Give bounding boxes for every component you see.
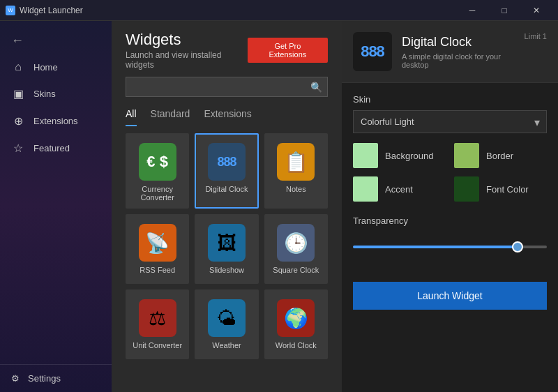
sidebar-item-extensions[interactable]: ⊕ Extensions: [0, 107, 112, 135]
color-item-border: Border: [454, 143, 547, 168]
widget-card-square-clock[interactable]: 🕒 Square Clock: [264, 214, 328, 284]
widget-name-notes: Notes: [286, 185, 306, 193]
tab-standard[interactable]: Standard: [151, 105, 190, 126]
widget-description: A simple digital clock for your desktop: [402, 52, 515, 69]
widget-title: Digital Clock: [402, 35, 515, 50]
widget-card-digital-clock[interactable]: 888 Digital Clock: [195, 133, 258, 209]
sidebar-item-settings[interactable]: ⚙ Settings: [0, 364, 112, 392]
widget-name-unit-converter: Unit Converter: [133, 341, 182, 349]
sidebar-label-extensions: Extensions: [33, 116, 78, 126]
skin-selector-wrap: Colorful LightDarkLightMinimal ▾: [353, 110, 547, 133]
extensions-icon: ⊕: [11, 114, 25, 128]
sidebar: ← ⌂ Home ▣ Skins ⊕ Extensions ☆ Featured…: [0, 21, 112, 392]
header-title-group: Widgets Launch and view installed widget…: [126, 31, 248, 70]
color-item-accent: Accent: [353, 176, 446, 202]
color-item-font-color: Font Color: [454, 176, 547, 202]
color-label-accent: Accent: [385, 184, 413, 195]
widget-card-notes[interactable]: 📋 Notes: [264, 133, 328, 209]
launch-widget-button[interactable]: Launch Widget: [353, 282, 547, 310]
widget-card-unit-converter[interactable]: ⚖ Unit Converter: [126, 289, 189, 359]
widget-grid: € $ Currency Converter 888 Digital Clock…: [126, 133, 328, 359]
panel-body: Skin Colorful LightDarkLightMinimal ▾ Ba…: [342, 83, 558, 268]
widget-name-world-clock: World Clock: [276, 341, 317, 349]
preview-icon: 888: [353, 32, 392, 71]
sidebar-label-featured: Featured: [33, 143, 70, 153]
content-header: Widgets Launch and view installed widget…: [112, 21, 342, 77]
transparency-slider-wrap: [353, 233, 547, 257]
page-subtitle: Launch and view installed widgets: [126, 50, 248, 70]
color-swatch-background[interactable]: [353, 143, 378, 168]
widget-name-weather: Weather: [212, 341, 241, 349]
widget-icon-slideshow: 🖼: [208, 224, 246, 262]
color-item-background: Background: [353, 143, 446, 168]
app-title: Widget Launcher: [20, 6, 83, 15]
widget-card-world-clock[interactable]: 🌍 World Clock: [264, 289, 328, 359]
maximize-button[interactable]: □: [488, 0, 520, 21]
title-bar: W Widget Launcher ─ □ ✕: [0, 0, 558, 21]
title-bar-left: W Widget Launcher: [6, 6, 83, 15]
color-label-background: Background: [385, 151, 433, 161]
sidebar-item-featured[interactable]: ☆ Featured: [0, 135, 112, 162]
color-label-font-color: Font Color: [486, 184, 529, 195]
widget-card-rss[interactable]: 📡 RSS Feed: [126, 214, 189, 284]
widget-preview: 888 Digital Clock A simple digital clock…: [342, 21, 558, 83]
sidebar-label-skins: Skins: [33, 89, 56, 99]
widget-name-slideshow: Slideshow: [209, 266, 244, 274]
sidebar-label-home: Home: [33, 62, 58, 73]
transparency-section: Transparency: [353, 216, 547, 257]
sidebar-item-home[interactable]: ⌂ Home: [0, 54, 112, 80]
widget-icon-world-clock: 🌍: [277, 299, 315, 337]
color-swatch-font-color[interactable]: [454, 176, 479, 202]
widget-icon-currency: € $: [139, 143, 176, 181]
widget-info: Digital Clock A simple digital clock for…: [402, 35, 515, 69]
widget-icon-weather: 🌤: [208, 299, 246, 337]
sidebar-label-settings: Settings: [28, 373, 61, 384]
close-button[interactable]: ✕: [520, 0, 552, 21]
search-input[interactable]: [126, 77, 328, 97]
tab-extensions[interactable]: Extensions: [204, 105, 251, 126]
widget-grid-area: € $ Currency Converter 888 Digital Clock…: [112, 126, 342, 392]
transparency-label: Transparency: [353, 216, 547, 226]
color-grid: Background Border Accent Font Color: [353, 143, 547, 202]
widget-card-weather[interactable]: 🌤 Weather: [195, 289, 258, 359]
skin-label: Skin: [353, 94, 547, 105]
content-area: Widgets Launch and view installed widget…: [112, 21, 342, 392]
sidebar-item-skins[interactable]: ▣ Skins: [0, 80, 112, 107]
featured-icon: ☆: [11, 142, 25, 155]
widget-icon-rss: 📡: [139, 224, 176, 262]
transparency-slider[interactable]: [353, 246, 547, 248]
pro-extensions-button[interactable]: Get Pro Extensions: [248, 38, 328, 63]
widget-icon-notes: 📋: [277, 143, 315, 181]
limit-badge: Limit 1: [525, 32, 547, 40]
widget-name-square-clock: Square Clock: [273, 266, 319, 274]
window-controls: ─ □ ✕: [456, 0, 552, 21]
search-bar: 🔍: [126, 77, 328, 97]
widget-card-currency[interactable]: € $ Currency Converter: [126, 133, 189, 209]
widget-name-currency: Currency Converter: [133, 185, 182, 202]
widget-name-rss: RSS Feed: [140, 266, 175, 274]
app-icon: W: [6, 6, 15, 15]
right-panel: 888 Digital Clock A simple digital clock…: [342, 21, 558, 392]
widget-icon-square-clock: 🕒: [277, 224, 315, 262]
widget-name-digital-clock: Digital Clock: [205, 185, 248, 193]
back-button[interactable]: ←: [0, 28, 112, 54]
tab-all[interactable]: All: [126, 105, 137, 126]
widget-icon-unit-converter: ⚖: [139, 299, 176, 337]
color-label-border: Border: [486, 151, 513, 161]
skins-icon: ▣: [11, 87, 25, 100]
widget-card-slideshow[interactable]: 🖼 Slideshow: [195, 214, 258, 284]
color-swatch-border[interactable]: [454, 143, 479, 168]
minimize-button[interactable]: ─: [456, 0, 488, 21]
skin-select[interactable]: Colorful LightDarkLightMinimal: [353, 110, 547, 133]
tab-bar: All Standard Extensions: [112, 103, 342, 126]
widget-icon-digital-clock: 888: [208, 143, 246, 181]
search-icon: 🔍: [310, 82, 322, 93]
color-swatch-accent[interactable]: [353, 176, 378, 202]
page-title: Widgets: [126, 31, 248, 49]
settings-icon: ⚙: [11, 373, 20, 384]
home-icon: ⌂: [11, 61, 25, 73]
main-container: ← ⌂ Home ▣ Skins ⊕ Extensions ☆ Featured…: [0, 21, 558, 392]
